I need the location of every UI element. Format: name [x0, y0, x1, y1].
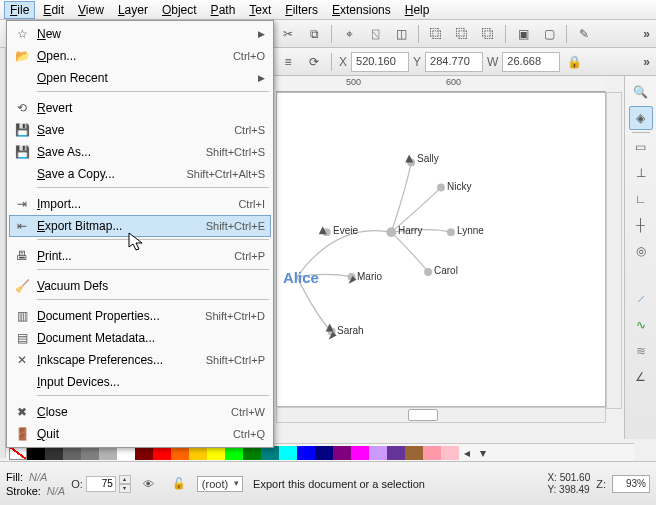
swatch[interactable]: [441, 446, 459, 460]
swatch[interactable]: [279, 446, 297, 460]
menuitem-close[interactable]: ✖CloseCtrl+W: [9, 401, 271, 423]
y-input[interactable]: 284.770: [425, 52, 483, 72]
menuitem-export-bitmap[interactable]: ⇤Export Bitmap...Shift+Ctrl+E: [9, 215, 271, 237]
palette-menu[interactable]: ▾: [475, 446, 491, 460]
menu-view[interactable]: View: [72, 1, 110, 19]
layer-lock-icon[interactable]: 🔓: [167, 472, 191, 496]
canvas[interactable]: Alice Harry Eveie Mario Sarah Sally Nick…: [276, 92, 606, 407]
snap-path-button[interactable]: ∿: [629, 313, 653, 337]
vertical-scrollbar[interactable]: [606, 92, 622, 409]
toolbar-overflow[interactable]: »: [643, 27, 650, 41]
x-input[interactable]: 520.160: [351, 52, 409, 72]
lock-aspect-button[interactable]: 🔒: [562, 50, 586, 74]
menuitem-revert[interactable]: ⟲Revert: [9, 97, 271, 119]
node-alice: Alice: [283, 269, 319, 286]
menubar: File Edit View Layer Object Path Text Fi…: [0, 0, 656, 20]
opacity-input[interactable]: [86, 476, 116, 492]
menu-path[interactable]: Path: [205, 1, 242, 19]
menu-item-icon: 🚪: [13, 426, 31, 442]
menu-item-icon: ▤: [13, 330, 31, 346]
menu-item-label: Print...: [37, 249, 234, 263]
group-button[interactable]: ▣: [511, 22, 535, 46]
node-mario: Mario: [357, 271, 382, 282]
rotate-button[interactable]: ⟳: [302, 50, 326, 74]
swatch[interactable]: [315, 446, 333, 460]
menu-help[interactable]: Help: [399, 1, 436, 19]
status-message: Export this document or a selection: [249, 478, 541, 490]
snap-edge-button[interactable]: ⊥: [629, 161, 653, 185]
svg-marker-8: [405, 155, 413, 163]
snap-enable-button[interactable]: ◈: [629, 106, 653, 130]
menu-item-icon: [13, 70, 31, 86]
select-all-layers-button[interactable]: ≡: [276, 50, 300, 74]
snap-bbox-button[interactable]: ▭: [629, 135, 653, 159]
menu-object[interactable]: Object: [156, 1, 203, 19]
copy-button[interactable]: ⧉: [302, 22, 326, 46]
snap-intersect-button[interactable]: ≋: [629, 339, 653, 363]
fill-stroke-button[interactable]: ✎: [572, 22, 596, 46]
menuitem-open[interactable]: 📂Open...Ctrl+O: [9, 45, 271, 67]
clone-button[interactable]: ⿻: [450, 22, 474, 46]
menuitem-open-recent[interactable]: Open Recent▶: [9, 67, 271, 89]
menuitem-new[interactable]: ☆New▶: [9, 23, 271, 45]
statusbar: Fill:N/A Stroke:N/A O: ▴▾ 👁 🔓 (root) Exp…: [0, 461, 656, 505]
menu-edit[interactable]: Edit: [37, 1, 70, 19]
menu-item-label: Save As...: [37, 145, 206, 159]
menuitem-save-a-copy[interactable]: Save a Copy...Shift+Ctrl+Alt+S: [9, 163, 271, 185]
toolbar-overflow-2[interactable]: »: [643, 55, 650, 69]
menuitem-document-properties[interactable]: ▥Document Properties...Shift+Ctrl+D: [9, 305, 271, 327]
menu-item-label: Open...: [37, 49, 233, 63]
menu-item-icon: ✖: [13, 404, 31, 420]
swatch[interactable]: [333, 446, 351, 460]
menu-file[interactable]: File: [4, 1, 35, 19]
opacity-spinner[interactable]: ▴▾: [119, 475, 131, 493]
swatch[interactable]: [369, 446, 387, 460]
menuitem-import[interactable]: ⇥Import...Ctrl+I: [9, 193, 271, 215]
swatch[interactable]: [297, 446, 315, 460]
swatch[interactable]: [423, 446, 441, 460]
menuitem-save-as[interactable]: 💾Save As...Shift+Ctrl+S: [9, 141, 271, 163]
palette-scroll-left[interactable]: ◂: [459, 446, 475, 460]
snap-midpoint-button[interactable]: ┼: [629, 213, 653, 237]
w-input[interactable]: 26.668: [502, 52, 560, 72]
pointer-coords: X: 501.60 Y: 398.49: [547, 472, 590, 495]
zoom-drawing-button[interactable]: ⌖: [337, 22, 361, 46]
menu-text[interactable]: Text: [243, 1, 277, 19]
horizontal-scrollbar[interactable]: [276, 407, 606, 423]
menuitem-save[interactable]: 💾SaveCtrl+S: [9, 119, 271, 141]
fill-stroke-indicator[interactable]: Fill:N/A Stroke:N/A: [6, 471, 65, 497]
zoom-selection-button[interactable]: ◫: [389, 22, 413, 46]
submenu-arrow-icon: ▶: [258, 29, 265, 39]
cut-button[interactable]: ✂: [276, 22, 300, 46]
zoom-tool-icon[interactable]: 🔍: [629, 80, 653, 104]
swatch[interactable]: [387, 446, 405, 460]
menu-item-icon: ⇥: [13, 196, 31, 212]
zoom-input[interactable]: 93%: [612, 475, 650, 493]
menuitem-inkscape-preferences[interactable]: ✕Inkscape Preferences...Shift+Ctrl+P: [9, 349, 271, 371]
swatch[interactable]: [351, 446, 369, 460]
snap-node-button[interactable]: ⟋: [629, 287, 653, 311]
menuitem-document-metadata[interactable]: ▤Document Metadata...: [9, 327, 271, 349]
menuitem-quit[interactable]: 🚪QuitCtrl+Q: [9, 423, 271, 445]
menu-filters[interactable]: Filters: [279, 1, 324, 19]
ungroup-button[interactable]: ▢: [537, 22, 561, 46]
node-carol: Carol: [434, 265, 458, 276]
opacity-control[interactable]: O: ▴▾: [71, 475, 131, 493]
layer-visibility-icon[interactable]: 👁: [137, 472, 161, 496]
layer-selector[interactable]: (root): [197, 476, 243, 492]
unlink-button[interactable]: ⿻: [476, 22, 500, 46]
swatch[interactable]: [405, 446, 423, 460]
node-lynne: Lynne: [457, 225, 484, 236]
menu-layer[interactable]: Layer: [112, 1, 154, 19]
menu-item-label: Inkscape Preferences...: [37, 353, 206, 367]
menuitem-input-devices[interactable]: Input Devices...: [9, 371, 271, 393]
menuitem-vacuum-defs[interactable]: 🧹Vacuum Defs: [9, 275, 271, 297]
menu-extensions[interactable]: Extensions: [326, 1, 397, 19]
snap-corner-button[interactable]: ∟: [629, 187, 653, 211]
snap-cusp-button[interactable]: ∠: [629, 365, 653, 389]
menuitem-print[interactable]: 🖶Print...Ctrl+P: [9, 245, 271, 267]
duplicate-button[interactable]: ⿻: [424, 22, 448, 46]
snap-center-button[interactable]: ◎: [629, 239, 653, 263]
menu-item-icon: 💾: [13, 122, 31, 138]
zoom-page-button[interactable]: ⍂: [363, 22, 387, 46]
